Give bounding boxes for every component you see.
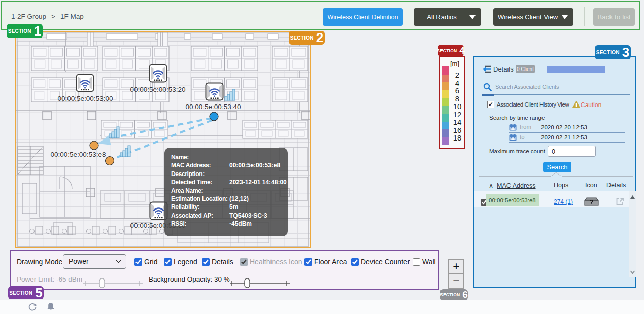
svg-text:00:00:5e:00:53:e8: 00:00:5e:00:53:e8 <box>51 151 106 158</box>
svg-text:00:00:5e:00:53:40: 00:00:5e:00:53:40 <box>186 103 241 111</box>
svg-text:00:00:5e:00:53:00: 00:00:5e:00:53:00 <box>58 95 113 102</box>
svg-text:00:00:5e:00:53:20: 00:00:5e:00:53:20 <box>130 86 186 93</box>
svg-text:?: ? <box>590 198 594 206</box>
